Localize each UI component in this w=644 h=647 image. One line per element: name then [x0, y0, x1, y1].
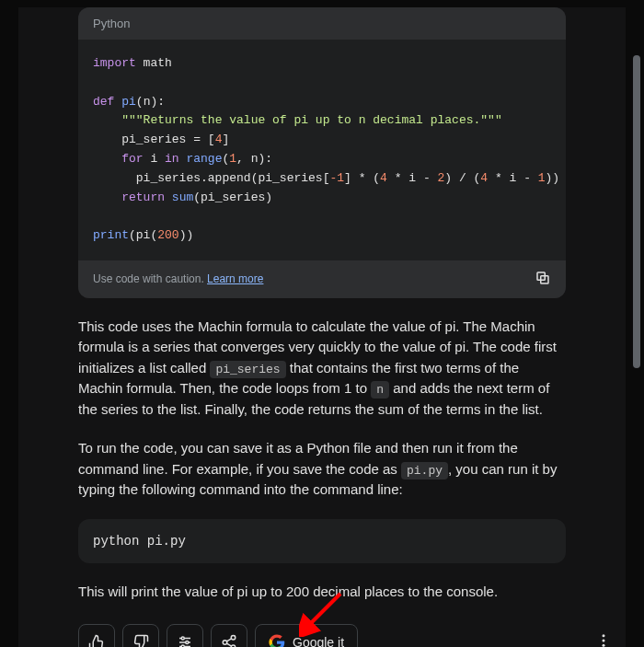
scrollbar[interactable] [633, 55, 640, 368]
tune-button[interactable] [167, 624, 203, 647]
google-logo-icon [269, 634, 285, 647]
tune-icon [177, 634, 193, 647]
explanation-paragraph-1: This code uses the Machin formula to cal… [78, 317, 566, 421]
svg-point-16 [603, 640, 605, 642]
code-language-label: Python [78, 7, 566, 40]
thumbs-up-icon [88, 634, 105, 647]
more-button[interactable] [595, 632, 612, 647]
thumbs-up-button[interactable] [78, 624, 115, 647]
learn-more-link[interactable]: Learn more [207, 272, 263, 285]
inline-code: pi_series [210, 361, 285, 378]
code-caution-text: Use code with caution. [93, 272, 207, 285]
share-icon [221, 634, 237, 647]
copy-icon[interactable] [535, 270, 551, 289]
svg-point-11 [223, 641, 227, 645]
svg-line-14 [226, 644, 231, 647]
inline-code: n [371, 381, 389, 399]
code-block: Python import math def pi(n): """Returns… [78, 7, 566, 298]
explanation-paragraph-2: To run the code, you can save it as a Py… [78, 438, 566, 501]
svg-point-7 [181, 637, 184, 640]
thumbs-down-icon [132, 634, 149, 647]
explanation-paragraph-3: This will print the value of pi up to 20… [78, 582, 566, 603]
svg-point-15 [603, 635, 605, 638]
google-it-label: Google it [293, 635, 344, 647]
thumbs-down-button[interactable] [122, 624, 159, 647]
command-block: python pi.py [78, 519, 566, 563]
svg-line-13 [226, 639, 231, 641]
code-body: import math def pi(n): """Returns the va… [78, 40, 566, 260]
actions-row: Google it [78, 624, 566, 647]
google-it-button[interactable]: Google it [255, 624, 358, 647]
inline-code: pi.py [401, 462, 448, 479]
svg-point-10 [231, 636, 236, 641]
svg-point-8 [186, 641, 189, 644]
more-vertical-icon [595, 632, 612, 647]
code-footer: Use code with caution. Learn more [78, 260, 566, 298]
share-button[interactable] [211, 624, 247, 647]
